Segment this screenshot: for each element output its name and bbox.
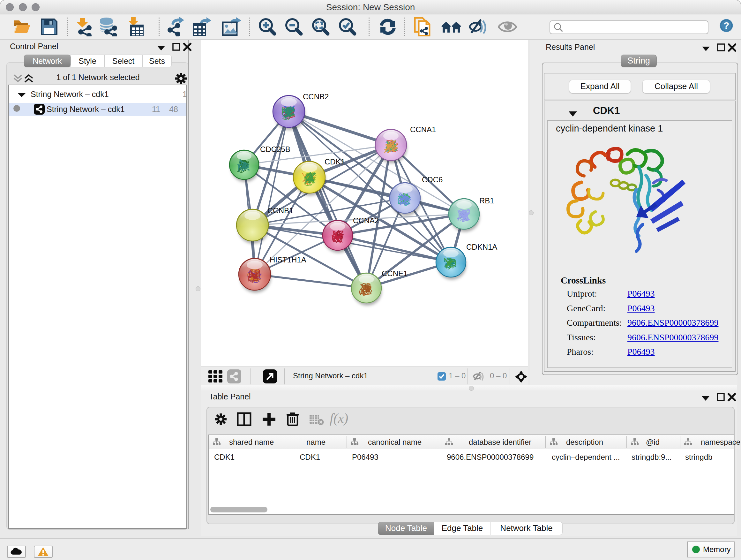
- svg-text:RB1: RB1: [479, 196, 494, 205]
- svg-text:CCNB2: CCNB2: [303, 92, 329, 101]
- svg-text:HIST1H1A: HIST1H1A: [270, 255, 307, 264]
- svg-text:?: ?: [724, 20, 729, 30]
- svg-text:CDC25B: CDC25B: [260, 145, 290, 153]
- svg-text:CDKN1A: CDKN1A: [466, 243, 497, 251]
- svg-text:CCNA1: CCNA1: [410, 125, 436, 134]
- svg-text:CDK1: CDK1: [325, 158, 345, 166]
- svg-text:CCNE1: CCNE1: [382, 269, 408, 278]
- svg-text:CCNB1: CCNB1: [267, 206, 293, 215]
- svg-text:CDC6: CDC6: [422, 175, 443, 184]
- svg-text:CCNA2: CCNA2: [353, 216, 379, 225]
